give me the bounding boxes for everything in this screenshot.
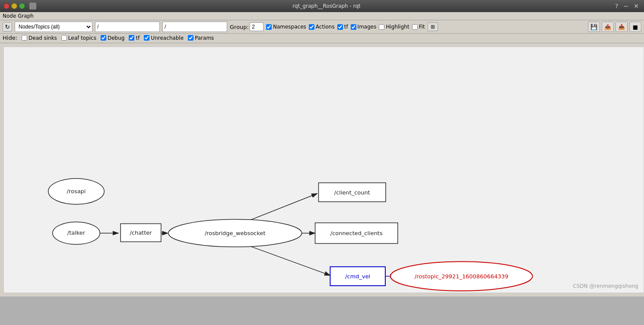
fit-button[interactable]: ⊞ — [428, 22, 438, 31]
svg-text:/chatter: /chatter — [130, 229, 152, 236]
tf-checkbox[interactable] — [337, 24, 343, 30]
hide-tf-label[interactable]: tf — [129, 35, 140, 41]
dead-sinks-checkbox[interactable] — [22, 35, 27, 41]
highlight-label: Highlight — [386, 24, 409, 30]
window-controls[interactable]: ? − ✕ — [613, 3, 641, 10]
main-toolbar: ↻ Nodes/Topics (all) Group: Namespaces A… — [0, 20, 644, 34]
actions-label: Actions — [316, 24, 335, 30]
hide-label: Hide: — [3, 35, 17, 41]
highlight-checkbox[interactable] — [379, 24, 384, 30]
close-button[interactable] — [3, 3, 10, 9]
tf-checkbox-label[interactable]: tf — [337, 24, 348, 30]
menu-node-graph[interactable]: Node Graph — [3, 13, 34, 19]
window-buttons[interactable] — [3, 3, 25, 9]
actions-checkbox[interactable] — [309, 24, 314, 30]
tf-label: tf — [344, 24, 348, 30]
params-checkbox[interactable] — [188, 35, 194, 41]
refresh-button[interactable]: ↻ — [3, 22, 12, 32]
debug-checkbox[interactable] — [101, 35, 106, 41]
save-icon-button[interactable]: 💾 — [588, 22, 600, 32]
filter-input-1[interactable] — [95, 22, 160, 32]
import-icon-button[interactable]: 📥 — [615, 22, 628, 32]
group-label: Group: — [230, 24, 249, 30]
fit-checkbox-label[interactable]: Fit — [412, 24, 425, 30]
images-checkbox-label[interactable]: Images — [351, 24, 377, 30]
stop-icon-button[interactable]: ■ — [629, 22, 641, 32]
hide-tf-checkbox[interactable] — [129, 35, 134, 41]
fit-checkbox[interactable] — [412, 24, 418, 30]
svg-text:/talker: /talker — [67, 229, 86, 236]
unreachable-label[interactable]: Unreachable — [144, 35, 184, 41]
view-mode-dropdown[interactable]: Nodes/Topics (all) — [15, 22, 92, 32]
hide-options-row: Hide: Dead sinks Leaf topics Debug tf Un… — [0, 34, 644, 43]
svg-text:/cmd_vel: /cmd_vel — [345, 273, 370, 280]
highlight-checkbox-label[interactable]: Highlight — [379, 24, 409, 30]
svg-text:/rosapi: /rosapi — [67, 188, 86, 194]
namespaces-label: Namespaces — [273, 24, 306, 30]
namespaces-checkbox-label[interactable]: Namespaces — [266, 24, 306, 30]
dead-sinks-label[interactable]: Dead sinks — [22, 35, 57, 41]
actions-checkbox-label[interactable]: Actions — [309, 24, 335, 30]
svg-rect-0 — [10, 47, 638, 293]
window-close[interactable]: ✕ — [632, 3, 641, 10]
unreachable-checkbox[interactable] — [144, 35, 149, 41]
window-minimize[interactable]: − — [622, 3, 631, 10]
menu-bar: Node Graph — [0, 12, 644, 20]
svg-text:/connected_clients: /connected_clients — [330, 230, 383, 236]
unreachable-text: Unreachable — [151, 35, 184, 41]
leaf-topics-text: Leaf topics — [68, 35, 96, 41]
app-icon — [29, 3, 36, 10]
dead-sinks-text: Dead sinks — [29, 35, 57, 41]
debug-label[interactable]: Debug — [101, 35, 124, 41]
fit-label: Fit — [419, 24, 425, 30]
namespaces-checkbox[interactable] — [266, 24, 272, 30]
group-control: Group: — [230, 22, 263, 31]
debug-text: Debug — [108, 35, 124, 41]
leaf-topics-checkbox[interactable] — [61, 35, 67, 41]
hide-tf-text: tf — [136, 35, 140, 41]
export-icon-button[interactable]: 📤 — [602, 22, 614, 32]
minimize-button[interactable] — [11, 3, 17, 9]
svg-text:/client_count: /client_count — [334, 189, 370, 196]
watermark: CSDN @renmengqisheng — [573, 283, 638, 289]
help-button[interactable]: ? — [613, 3, 620, 10]
params-text: Params — [195, 35, 214, 41]
images-label: Images — [358, 24, 377, 30]
leaf-topics-label[interactable]: Leaf topics — [61, 35, 96, 41]
window-title: rqt_graph__RosGraph - rqt — [42, 3, 611, 9]
graph-canvas[interactable]: /rosapi /talker /chatter /rosbridge_webs… — [3, 47, 644, 293]
svg-text:/rostopic_29921_1600860664339: /rostopic_29921_1600860664339 — [415, 273, 508, 280]
group-input[interactable] — [250, 22, 263, 31]
graph-svg: /rosapi /talker /chatter /rosbridge_webs… — [4, 47, 644, 293]
maximize-button[interactable] — [19, 3, 25, 9]
toolbar-icons: 💾 📤 📥 ■ — [588, 22, 641, 32]
svg-text:/rosbridge_websocket: /rosbridge_websocket — [205, 230, 266, 236]
filter-input-2[interactable] — [162, 22, 227, 32]
title-bar: rqt_graph__RosGraph - rqt ? − ✕ — [0, 0, 644, 12]
params-label[interactable]: Params — [188, 35, 214, 41]
images-checkbox[interactable] — [351, 24, 356, 30]
